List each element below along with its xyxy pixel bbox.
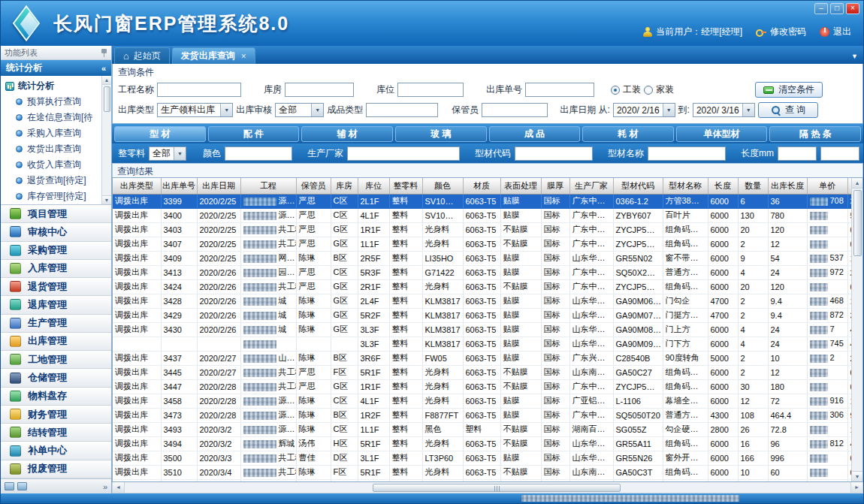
project-name-input[interactable] bbox=[157, 83, 241, 97]
table-row[interactable]: 调拨出库34132020/2/26园…严思C区5R3F整料G714226063-… bbox=[113, 265, 851, 279]
table-row[interactable]: 调拨出库34032020/2/25共工程严思G区1R1F整料光身料6063-T5… bbox=[113, 222, 851, 237]
column-header[interactable]: 工程 bbox=[240, 178, 296, 194]
table-row[interactable]: 调拨出库34932020/3/2源…陈琳C区1L1F整料黑色塑料不贴膜国标湖南百… bbox=[113, 422, 851, 436]
out-type-select[interactable]: 生产领料出库 ▼ bbox=[157, 103, 233, 117]
column-header[interactable]: 库位 bbox=[358, 178, 389, 194]
maker-input[interactable] bbox=[347, 146, 460, 161]
sidebar-menu-item[interactable]: 采购管理 bbox=[1, 242, 111, 260]
material-tab[interactable]: 玻 璃 bbox=[395, 126, 487, 142]
code-input[interactable] bbox=[515, 146, 593, 161]
tab-close-icon[interactable]: × bbox=[241, 51, 246, 62]
table-row[interactable]: 调拨出库34472020/2/28共工程严思G区1R1F整料光身料6063-T5… bbox=[113, 379, 851, 394]
table-row[interactable]: 调拨出库35122020/3/4共工程陈琳F区1L2F整料光身料6063-T5不… bbox=[113, 479, 851, 481]
column-header[interactable]: 型材名称 bbox=[663, 178, 708, 194]
sidebar-menu-item[interactable]: 项目管理 bbox=[1, 205, 111, 223]
horizontal-scrollbar[interactable]: ◄ ► bbox=[112, 482, 863, 493]
scroll-down-icon[interactable]: ▼ bbox=[852, 471, 862, 481]
scroll-down-icon[interactable]: ▼ bbox=[102, 195, 111, 204]
sidebar-menu-item[interactable]: 退货管理 bbox=[1, 278, 111, 296]
scroll-thumb[interactable] bbox=[853, 190, 862, 256]
table-row[interactable]: 调拨出库34372020/2/27山…陈琳B区3R6F整料FW056063-T5… bbox=[113, 351, 851, 365]
name-input[interactable] bbox=[648, 146, 726, 161]
material-tab[interactable]: 型 材 bbox=[114, 126, 206, 142]
sidebar-group-header[interactable]: 统计分析 « bbox=[1, 60, 111, 76]
scroll-thumb[interactable] bbox=[373, 484, 621, 492]
whole-select[interactable]: 全部 ▼ bbox=[149, 146, 186, 161]
tree-item[interactable]: 在途信息查询[待 bbox=[5, 110, 101, 125]
column-header[interactable]: 表面处理 bbox=[500, 178, 541, 194]
table-row[interactable]: 调拨出库35002020/3/3共工程曹佳D区3L1F整料LT3P606063-… bbox=[113, 451, 851, 465]
sidebar-menu-item[interactable]: 退库管理 bbox=[1, 296, 111, 314]
column-header[interactable]: 出库长度 bbox=[768, 178, 807, 194]
length-min-input[interactable] bbox=[778, 146, 817, 161]
column-header[interactable]: 膜厚 bbox=[541, 178, 569, 194]
table-row[interactable]: 调拨出库34002020/2/25源…严思C区4L1F整料SV10…6063-T… bbox=[113, 208, 851, 222]
radio-workwear[interactable]: 工装 bbox=[611, 83, 641, 96]
tree-scrollbar[interactable]: ▲ ▼ bbox=[101, 76, 111, 204]
expand-icon[interactable]: » bbox=[103, 482, 107, 491]
table-row[interactable]: 调拨出库33992020/2/25源…严思C区2L1F整料SV10…6063-T… bbox=[113, 194, 851, 208]
product-type-input[interactable] bbox=[366, 103, 438, 117]
length-max-input[interactable] bbox=[820, 146, 859, 161]
tree-item[interactable]: 预算执行查询 bbox=[5, 94, 101, 110]
sidebar-menu-item[interactable]: 结转管理 bbox=[1, 424, 111, 442]
minimize-button[interactable]: – bbox=[814, 3, 828, 14]
pin-icon[interactable] bbox=[101, 49, 107, 57]
sidebar-menu-item[interactable]: 入库管理 bbox=[1, 260, 111, 278]
column-header[interactable]: 单价 bbox=[807, 178, 847, 194]
sidebar-menu-item[interactable]: 生产管理 bbox=[1, 315, 111, 333]
date-from-picker[interactable]: 2020/ 2/16 ▼ bbox=[613, 103, 675, 117]
table-row[interactable]: 调拨出库34072020/2/25共工程严思G区1L1F整料光身料6063-T5… bbox=[113, 237, 851, 251]
warehouse-input[interactable] bbox=[285, 83, 354, 97]
order-no-input[interactable] bbox=[525, 83, 594, 97]
sidebar-menu-item[interactable]: 工地管理 bbox=[1, 351, 111, 369]
tab-home[interactable]: ⌂ 起始页 bbox=[114, 47, 170, 64]
table-row[interactable]: 调拨出库34302020/2/26城陈琳G区3L3F整料KLM38176063-… bbox=[113, 322, 851, 337]
tree-item[interactable]: 采购入库查询 bbox=[5, 125, 101, 141]
table-row[interactable]: 调拨出库34282020/2/26城陈琳G区2L4F整料KLM38176063-… bbox=[113, 294, 851, 308]
material-tab[interactable]: 辅 材 bbox=[301, 126, 393, 142]
table-row[interactable]: 调拨出库34942020/3/2辉城汤伟H区5R1F整料光身料6063-T5不贴… bbox=[113, 436, 851, 451]
clear-conditions-button[interactable]: 清空条件 bbox=[755, 82, 823, 98]
audit-select[interactable]: 全部 ▼ bbox=[275, 103, 324, 117]
vertical-scrollbar[interactable]: ▲ ▼ bbox=[851, 178, 862, 481]
modules-icon[interactable] bbox=[17, 482, 27, 490]
material-tab[interactable]: 配 件 bbox=[208, 126, 300, 142]
column-header[interactable]: 整零料 bbox=[389, 178, 422, 194]
column-header[interactable]: 出库单号 bbox=[161, 178, 197, 194]
keeper-input[interactable] bbox=[482, 103, 548, 117]
tree-item[interactable]: 退货查询[待定] bbox=[5, 173, 101, 189]
maximize-button[interactable]: □ bbox=[830, 3, 844, 14]
sidebar-menu-item[interactable]: 审核中心 bbox=[1, 223, 111, 241]
date-to-picker[interactable]: 2020/ 3/16 ▼ bbox=[693, 103, 755, 117]
sidebar-menu-item[interactable]: 补单中心 bbox=[1, 442, 111, 460]
column-header[interactable]: 材质 bbox=[463, 178, 500, 194]
scroll-up-icon[interactable]: ▲ bbox=[852, 178, 862, 189]
logout-button[interactable]: 退出 bbox=[820, 26, 851, 38]
column-header[interactable]: 生产厂家 bbox=[569, 178, 613, 194]
tab-overflow-icon[interactable]: ▼ bbox=[851, 53, 858, 60]
material-tab[interactable]: 单体型材 bbox=[676, 126, 768, 142]
close-button[interactable]: × bbox=[846, 3, 859, 14]
table-row[interactable]: 调拨出库35102020/3/4共工程陈琳F区5R1F整料光身料6063-T5不… bbox=[113, 465, 851, 479]
column-header[interactable]: 长度 bbox=[708, 178, 738, 194]
material-tab[interactable]: 耗 材 bbox=[582, 126, 674, 142]
table-row[interactable]: 调拨出库34292020/2/26城陈琳G区5R2F整料KLM38176063-… bbox=[113, 308, 851, 322]
tab-shipping-outbound-query[interactable]: 发货出库查询 × bbox=[172, 47, 255, 64]
table-row[interactable]: 调拨出库34452020/2/27共工程严思F区5R1F整料光身料6063-T5… bbox=[113, 365, 851, 379]
material-tab[interactable]: 隔 热 条 bbox=[769, 126, 861, 142]
search-button[interactable]: 查 询 bbox=[758, 102, 818, 118]
column-header[interactable]: 出库类型 bbox=[113, 178, 161, 194]
workspace-icon[interactable] bbox=[5, 482, 14, 490]
sidebar-menu-item[interactable]: 出库管理 bbox=[1, 333, 111, 351]
column-header[interactable]: 型材代码 bbox=[613, 178, 663, 194]
scroll-up-icon[interactable]: ▲ bbox=[102, 76, 111, 85]
table-row[interactable]: 调拨出库34092020/2/25网…陈琳B区2R5F整料LI35HO6063-… bbox=[113, 251, 851, 265]
table-row[interactable]: 3L3F整料KLM38176063-T5贴膜国标山东华…GA90M09…门下方6… bbox=[113, 337, 851, 351]
table-row[interactable]: 调拨出库34732020/2/28源…陈琳B区1R2F整料F8877FT6063… bbox=[113, 408, 851, 422]
collapse-icon[interactable]: « bbox=[101, 64, 106, 73]
column-header[interactable]: 库房 bbox=[331, 178, 358, 194]
column-header[interactable]: 保管员 bbox=[296, 178, 331, 194]
column-header[interactable]: 颜色 bbox=[422, 178, 463, 194]
scroll-thumb[interactable] bbox=[104, 86, 110, 112]
